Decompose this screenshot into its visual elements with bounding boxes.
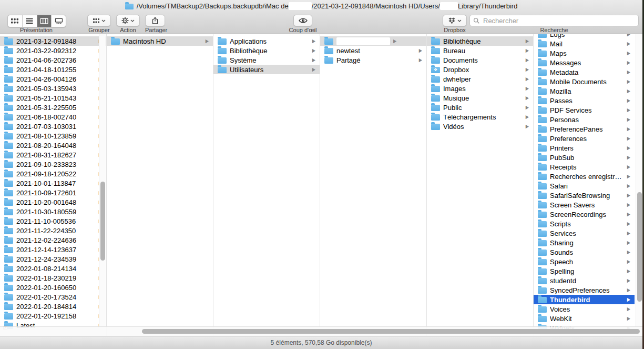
folder-item[interactable]: 2021-05-03-135943▶ [0, 84, 106, 93]
folder-item[interactable]: 2022-01-08-214134▶ [0, 264, 106, 273]
folder-item[interactable]: 2021-10-09-172601▶ [0, 188, 106, 197]
folder-item[interactable]: 2021-08-20-164048▶ [0, 141, 106, 150]
folder-item[interactable]: Voices▶ [534, 304, 635, 314]
folder-item[interactable]: 2022-01-20-184814▶ [0, 302, 106, 311]
icon-view-button[interactable] [8, 15, 23, 27]
folder-item[interactable]: ❖Dropbox▶ [427, 65, 533, 74]
folder-item[interactable]: 2021-09-18-120522▶ [0, 169, 106, 178]
folder-item[interactable]: Bureau▶ [427, 46, 533, 55]
folder-item[interactable]: SafariSafeBrowsing▶ [534, 191, 635, 200]
item-label: Passes [550, 97, 624, 105]
folder-item[interactable]: Partagé▶ [320, 55, 426, 65]
folder-item[interactable]: 2021-06-18-002740▶ [0, 112, 106, 122]
folder-item[interactable]: Passes▶ [534, 96, 635, 105]
action-button[interactable] [116, 15, 140, 26]
folder-item[interactable]: 2021-03-22-092312▶ [0, 46, 106, 55]
folder-item[interactable]: Receipts▶ [534, 162, 635, 172]
folder-item[interactable]: 2021-10-20-001648▶ [0, 197, 106, 207]
folder-item[interactable]: Speech▶ [534, 257, 635, 266]
folder-item[interactable]: Screen Savers▶ [534, 200, 635, 210]
folder-icon: ❖ [431, 67, 440, 73]
folder-item[interactable]: 2021-10-30-180559▶ [0, 207, 106, 216]
folder-item[interactable]: Maps▶ [534, 48, 635, 58]
folder-item[interactable]: Printers▶ [534, 143, 635, 153]
list-view-button[interactable] [23, 15, 37, 27]
search-field[interactable] [469, 15, 639, 26]
folder-item[interactable]: 2021-07-03-103031▶ [0, 122, 106, 131]
finder-window: /Volumes/TMBackup2/Backups.backupdb/iMac… [0, 0, 644, 349]
folder-item[interactable]: Messages▶ [534, 58, 635, 67]
column-view-button[interactable] [37, 15, 52, 27]
folder-item[interactable]: 2021-04-18-101255▶ [0, 65, 106, 74]
folder-item[interactable]: PDF Services▶ [534, 105, 635, 115]
folder-item[interactable]: Thunderbird▶ [534, 295, 635, 304]
folder-item[interactable]: Applications▶ [213, 36, 320, 46]
folder-item[interactable]: Bibliothèque▶ [427, 36, 533, 46]
search-input[interactable] [482, 16, 635, 25]
folder-item[interactable]: Personas▶ [534, 115, 635, 124]
folder-item[interactable]: studentd▶ [534, 276, 635, 285]
folder-item[interactable]: 2021-04-26-004126▶ [0, 74, 106, 84]
folder-item[interactable]: 2021-11-10-005536▶ [0, 216, 106, 226]
folder-item[interactable]: Documents▶ [427, 55, 533, 65]
dropbox-button[interactable] [443, 15, 467, 26]
folder-item[interactable]: Mozilla▶ [534, 86, 635, 96]
folder-item[interactable]: Recherches enregistrées▶ [534, 172, 635, 181]
folder-item[interactable]: Sounds▶ [534, 247, 635, 257]
folder-item[interactable]: dwhelper▶ [427, 74, 533, 84]
folder-item[interactable]: Safari▶ [534, 181, 635, 191]
folder-item[interactable]: 2021-10-01-113847▶ [0, 178, 106, 188]
folder-item[interactable]: 2021-08-10-123859▶ [0, 131, 106, 141]
folder-item[interactable]: Mail▶ [534, 39, 635, 48]
column6-scrollbar-track[interactable] [636, 34, 642, 336]
folder-item[interactable]: 2021-03-12-091848▶ [0, 36, 106, 46]
folder-item[interactable]: Téléchargements▶ [427, 112, 533, 122]
folder-item[interactable]: 2021-11-22-224350▶ [0, 226, 106, 235]
folder-item[interactable]: Mobile Documents▶ [534, 77, 635, 86]
folder-item[interactable]: Système▶ [213, 55, 320, 65]
folder-item[interactable]: 2021-08-31-182627▶ [0, 150, 106, 159]
folder-item[interactable]: 2021-04-06-202736▶ [0, 55, 106, 65]
folder-item[interactable]: WebKit▶ [534, 314, 635, 323]
quicklook-button[interactable] [293, 15, 312, 26]
folder-item[interactable]: Metadata▶ [534, 67, 635, 77]
folder-item[interactable]: 2021-12-24-234539▶ [0, 254, 106, 264]
folder-item[interactable]: Sharing▶ [534, 238, 635, 247]
folder-item[interactable]: 2021-09-10-233823▶ [0, 159, 106, 169]
folder-item[interactable]: 2021-12-14-123637▶ [0, 245, 106, 254]
gallery-view-button[interactable] [52, 15, 66, 27]
folder-item[interactable]: 2022-01-18-230219▶ [0, 273, 106, 283]
folder-item[interactable]: Musique▶ [427, 93, 533, 103]
folder-item[interactable]: Public▶ [427, 103, 533, 112]
horizontal-scrollbar-track[interactable] [0, 326, 642, 336]
folder-item[interactable]: PreferencePanes▶ [534, 124, 635, 134]
folder-item[interactable]: Spelling▶ [534, 266, 635, 276]
folder-icon [4, 133, 13, 139]
folder-item[interactable]: Services▶ [534, 228, 635, 238]
folder-item[interactable]: Utilisateurs▶ [213, 65, 320, 74]
folder-item[interactable]: ScreenRecordings▶ [534, 210, 635, 219]
folder-item[interactable]: 2022-01-20-173524▶ [0, 292, 106, 302]
folder-item[interactable]: Images▶ [427, 84, 533, 93]
folder-item[interactable]: 2022-01-20-192158▶ [0, 311, 106, 321]
share-button[interactable] [145, 15, 165, 26]
folder-item[interactable]: Vidéos▶ [427, 122, 533, 131]
folder-item[interactable]: SyncedPreferences▶ [534, 285, 635, 295]
column1-scrollbar-track[interactable] [99, 34, 106, 336]
folder-item[interactable]: Macintosh HD▶ [107, 36, 213, 46]
folder-item[interactable]: newtest▶ [320, 46, 426, 55]
folder-item[interactable]: 2021-05-21-101543▶ [0, 93, 106, 103]
column1-scrollbar-thumb[interactable] [100, 182, 105, 261]
column6-scrollbar-thumb[interactable] [637, 192, 642, 302]
folder-item[interactable]: Logs▶ [534, 34, 635, 39]
folder-item[interactable]: Scripts▶ [534, 219, 635, 228]
folder-item[interactable]: 2021-12-02-224636▶ [0, 235, 106, 245]
folder-item[interactable]: Bibliothèque▶ [213, 46, 320, 55]
folder-item[interactable]: Preferences▶ [534, 134, 635, 143]
folder-item[interactable]: 2022-01-20-160650▶ [0, 283, 106, 292]
group-button[interactable] [87, 15, 111, 26]
folder-item[interactable]: 2021-05-31-225505▶ [0, 103, 106, 112]
folder-item[interactable]: ▶ [320, 36, 426, 46]
folder-item[interactable]: PubSub▶ [534, 153, 635, 162]
horizontal-scrollbar-thumb[interactable] [142, 329, 640, 334]
